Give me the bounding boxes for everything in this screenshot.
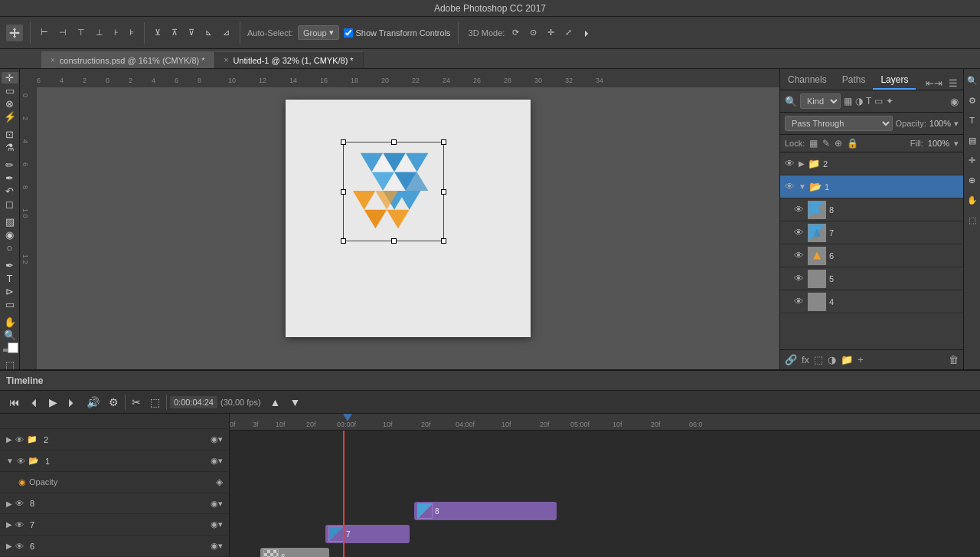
filter-kind-select[interactable]: Kind <box>800 93 841 109</box>
dist2[interactable]: ⊼ <box>168 26 181 39</box>
dist5[interactable]: ⊿ <box>220 26 233 39</box>
tl-eye-folder2[interactable]: 👁 <box>15 435 24 444</box>
lock-pixel[interactable]: ▦ <box>809 138 818 149</box>
clip-7[interactable]: 7 <box>325 525 410 543</box>
tl-collapse-btn[interactable]: ▼ <box>286 395 303 409</box>
tl-6-keyframe[interactable]: ◉▾ <box>211 541 223 551</box>
dodge-tool[interactable]: ○ <box>2 242 18 254</box>
clip-6[interactable]: 6 <box>260 548 329 557</box>
tl-folder1-keyframe[interactable]: ◉▾ <box>211 456 223 466</box>
threed-btn3[interactable]: ✛ <box>544 26 557 39</box>
tl-label-6[interactable]: ▶ 👁 6 ◉▾ <box>0 536 229 557</box>
layer-item-5[interactable]: 👁 5 <box>780 267 963 290</box>
fill-value[interactable]: 100% <box>928 139 949 148</box>
filter-smart[interactable]: ✦ <box>886 96 893 106</box>
tl-expand-btn[interactable]: ▲ <box>267 395 284 409</box>
right-icon-8[interactable]: ⬚ <box>964 211 981 228</box>
tl-play[interactable]: ▶ <box>46 395 60 409</box>
eraser-tool[interactable]: ◻ <box>2 198 18 210</box>
blend-mode-select[interactable]: Pass Through <box>785 116 893 131</box>
tl-insert[interactable]: ⬚ <box>147 395 163 409</box>
handle-tr[interactable] <box>441 139 446 145</box>
panel-menu-btn[interactable]: ☰ <box>946 77 960 90</box>
new-layer-btn[interactable]: + <box>858 354 864 365</box>
history-brush[interactable]: ↶ <box>2 185 18 197</box>
eye-6[interactable]: 👁 <box>792 250 805 261</box>
lock-artboard[interactable]: ⊕ <box>835 138 842 149</box>
lock-all[interactable]: 🔒 <box>847 138 858 149</box>
align-bottom[interactable]: ⊧ <box>126 26 137 39</box>
layer-item-6[interactable]: 👁 6 <box>780 244 963 267</box>
tl-settings[interactable]: ⚙ <box>106 395 122 409</box>
path-select[interactable]: ⊳ <box>2 286 18 297</box>
rotate-3d[interactable]: ⟳ <box>509 26 522 39</box>
add-mask-btn[interactable]: ⬚ <box>814 354 823 365</box>
new-group-btn[interactable]: 📁 <box>841 354 853 365</box>
handle-tm[interactable] <box>391 139 397 145</box>
tl-skip-start[interactable]: ⏮ <box>6 395 23 409</box>
tl-opacity-keyframe[interactable]: ◈ <box>216 477 223 487</box>
eye-5[interactable]: 👁 <box>792 273 805 284</box>
tl-cut[interactable]: ✂ <box>129 395 144 409</box>
align-right[interactable]: ⊤ <box>74 26 88 39</box>
background-color[interactable] <box>8 342 18 353</box>
hand-tool[interactable]: ✋ <box>2 316 18 328</box>
expand-folder2[interactable]: ▶ <box>799 159 805 168</box>
link-layers-btn[interactable]: 🔗 <box>785 354 797 365</box>
delete-layer-btn[interactable]: 🗑 <box>949 354 959 365</box>
tl-audio[interactable]: 🔊 <box>83 395 103 409</box>
panel-expand-btn[interactable]: ⇤⇥ <box>923 77 945 90</box>
filter-pixel[interactable]: ▦ <box>844 96 852 106</box>
tab-untitled[interactable]: × Untitled-1 @ 32% (1, CMYK/8) * <box>215 51 364 68</box>
gradient-tool[interactable]: ▨ <box>2 216 18 228</box>
tl-expand-folder2[interactable]: ▶ <box>6 435 12 444</box>
tl-expand-6[interactable]: ▶ <box>6 542 12 550</box>
brush-tool[interactable]: ✏ <box>2 159 18 171</box>
tl-eye-8[interactable]: 👁 <box>15 499 24 508</box>
select-tool[interactable]: ▭ <box>2 85 18 97</box>
tab-channels[interactable]: Channels <box>780 71 835 90</box>
right-icon-3[interactable]: T <box>964 112 981 129</box>
filter-toggle[interactable]: ◉ <box>950 96 959 107</box>
tl-folder2-keyframe[interactable]: ◉▾ <box>211 434 223 444</box>
tl-label-8[interactable]: ▶ 👁 8 ◉▾ <box>0 493 229 515</box>
dist3[interactable]: ⊽ <box>185 26 198 39</box>
move-tool[interactable] <box>6 25 23 41</box>
playhead-line[interactable] <box>343 431 345 557</box>
tl-label-folder1[interactable]: ▼ 👁 📂 1 ◉▾ <box>0 451 229 472</box>
adjustment-btn[interactable]: ◑ <box>828 354 836 365</box>
dist4[interactable]: ⊾ <box>202 26 215 39</box>
text-tool[interactable]: T <box>2 273 18 284</box>
handle-tl[interactable] <box>341 139 346 145</box>
layer-item-folder2[interactable]: 👁 ▶ 📁 2 <box>780 152 963 175</box>
tl-expand-8[interactable]: ▶ <box>6 500 12 508</box>
tab-constructions[interactable]: × constructions.psd @ 161% (CMYK/8) * <box>41 51 215 68</box>
tl-prev-frame[interactable]: ⏴ <box>26 395 43 409</box>
align-middle-v[interactable]: ⊦ <box>111 26 122 39</box>
tl-expand-folder1[interactable]: ▼ <box>6 457 14 465</box>
filter-shape[interactable]: ▭ <box>874 96 883 106</box>
tl-expand-7[interactable]: ▶ <box>6 520 12 529</box>
crop-tool[interactable]: ⊡ <box>2 129 18 140</box>
tl-7-keyframe[interactable]: ◉▾ <box>211 519 223 529</box>
quick-mask[interactable]: ⬚ <box>2 359 18 369</box>
right-icon-1[interactable]: 🔍 <box>964 72 981 89</box>
foreground-color[interactable] <box>3 349 17 352</box>
threed-btn2[interactable]: ⊙ <box>527 26 540 39</box>
layer-item-8[interactable]: 👁 8 <box>780 198 963 221</box>
shape-tool[interactable]: ▭ <box>2 299 18 310</box>
opacity-circle-icon[interactable]: ◉ <box>18 477 26 487</box>
tl-8-keyframe[interactable]: ◉▾ <box>211 499 223 509</box>
threed-btn4[interactable]: ⤢ <box>562 26 575 39</box>
tl-label-folder2[interactable]: ▶ 👁 📁 2 ◉▾ <box>0 429 229 451</box>
clip-8[interactable]: 8 <box>414 502 557 520</box>
tab-layers[interactable]: Layers <box>873 71 916 90</box>
opacity-value[interactable]: 100% <box>929 119 951 128</box>
tl-label-7[interactable]: ▶ 👁 7 ◉▾ <box>0 514 229 536</box>
eye-8[interactable]: 👁 <box>792 204 805 215</box>
right-icon-7[interactable]: ✋ <box>964 192 981 208</box>
eye-4[interactable]: 👁 <box>792 296 805 307</box>
layer-item-folder1[interactable]: 👁 ▼ 📂 1 <box>780 175 963 198</box>
threed-btn5[interactable]: ⏵ <box>580 27 594 39</box>
eyedropper[interactable]: ⚗ <box>2 142 18 153</box>
